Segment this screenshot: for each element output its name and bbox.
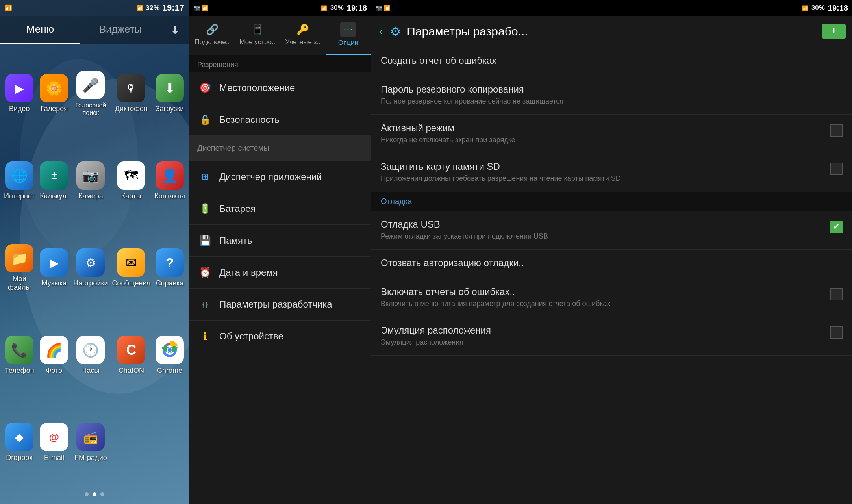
dev-option-protectsd[interactable]: Защитить карту памяти SD Приложения долж… [371, 153, 852, 192]
settings-item-location[interactable]: 🎯 Местоположение [189, 72, 371, 104]
status-right: 📶 32% 19:17 [137, 3, 184, 13]
dev-option-emulateLoc-text: Эмуляция расположения Эмуляция расположе… [381, 325, 830, 347]
settings-item-devopt[interactable]: {} Параметры разработчика [189, 289, 371, 321]
settings-tab-connections[interactable]: 🔗 Подключе.. [189, 16, 235, 55]
app-chrome[interactable]: Chrome [154, 314, 185, 397]
dev-option-bugreportpower[interactable]: Включать отчеты об ошибках.. Включить в … [371, 278, 852, 317]
dev-checkbox-stayawake[interactable] [830, 124, 843, 137]
app-dropbox[interactable]: ◆ Dropbox [4, 401, 35, 484]
app-camera[interactable]: 📷 Камера [73, 139, 108, 223]
dev-checkbox-usbdebug[interactable] [830, 220, 843, 233]
settings-tab-accounts[interactable]: 🔑 Учетные з.. [280, 16, 326, 55]
app-label-internet: Интернет [4, 192, 35, 201]
app-label-phone: Телефон [5, 367, 34, 375]
app-icon-gallery: 🌼 [40, 74, 68, 102]
app-fmradio[interactable]: 📻 FM-радио [73, 401, 108, 484]
app-settings[interactable]: ⚙ Настройки [73, 226, 108, 310]
app-voice[interactable]: 🎤 Голосовой поиск [73, 52, 108, 135]
dev-option-backuppwd-text: Пароль резервного копирования Полное рез… [381, 84, 843, 106]
app-myfiles[interactable]: 📁 Мои файлы [4, 226, 35, 310]
app-email[interactable]: @ E-mail [39, 401, 70, 484]
app-calc[interactable]: ± Калькул. [39, 139, 70, 223]
page-dot-3[interactable] [100, 492, 104, 496]
app-icon-photos: 🌈 [40, 336, 68, 364]
battery-percent: 32% [146, 4, 160, 12]
settings-item-datetime[interactable]: ⏰ Дата и время [189, 257, 371, 289]
app-icon-fmradio: 📻 [76, 423, 105, 451]
app-label-help: Справка [156, 279, 184, 288]
dev-checkbox-emulateLoc[interactable] [830, 326, 843, 339]
dev-option-emulateLoc[interactable]: Эмуляция расположения Эмуляция расположе… [371, 317, 852, 356]
settings-item-security[interactable]: 🔒 Безопасность [189, 104, 371, 136]
dev-option-stayawake[interactable]: Активный режим Никогда не отключать экра… [371, 115, 852, 153]
settings-item-aboutdevice[interactable]: ℹ Об устройстве [189, 321, 371, 352]
settings-item-battery[interactable]: 🔋 Батарея [189, 193, 371, 225]
app-chaton[interactable]: C ChatON [112, 314, 151, 397]
clock-time: 19:17 [162, 3, 184, 13]
dev-option-bugreport[interactable]: Создать отчет об ошибках [371, 47, 852, 76]
app-icon-maps: 🗺 [117, 161, 145, 190]
app-clock[interactable]: 🕐 Часы [73, 314, 108, 397]
settings-tab-options[interactable]: ⋯ Опции [326, 16, 371, 55]
settings-tab-mydevice[interactable]: 📱 Мое устро.. [235, 16, 280, 55]
app-gallery[interactable]: 🌼 Галерея [39, 52, 70, 135]
dev-option-revokeauth-text: Отозвать авторизацию отладки.. [381, 258, 843, 270]
app-music[interactable]: ▶ Музыка [39, 226, 70, 310]
page-dot-2[interactable] [93, 492, 96, 496]
settings-item-datetime-label: Дата и время [219, 267, 278, 278]
page-dots [0, 492, 189, 504]
app-icon-phone: 📞 [5, 336, 33, 364]
app-label-fmradio: FM-радио [74, 454, 107, 462]
dev-option-usbdebug[interactable]: Отладка USB Режим отладки запускается пр… [371, 211, 852, 250]
app-label-dictaphone: Диктофон [115, 105, 148, 113]
app-phone[interactable]: 📞 Телефон [4, 314, 35, 397]
app-download[interactable]: ⬇ Загрузки [154, 52, 185, 135]
app-icon-contacts: 👤 [156, 161, 184, 190]
dev-status-bar: 📷 📶 📶 30% 19:18 [371, 0, 852, 16]
signal-icon: 📶 [137, 5, 143, 11]
app-label-dropbox: Dropbox [6, 454, 33, 462]
tab-widgets[interactable]: Виджеты [80, 16, 161, 44]
dev-battery: 30% [811, 4, 825, 12]
dev-section-debug: Отладка [371, 192, 852, 211]
dev-option-revokeauth-title: Отозвать авторизацию отладки.. [381, 258, 835, 269]
settings-tab-connections-label: Подключе.. [194, 38, 230, 46]
home-tabs: Меню Виджеты ⬇ [0, 16, 189, 44]
app-icon-camera: 📷 [76, 161, 105, 190]
dev-option-revokeauth[interactable]: Отозвать авторизацию отладки.. [371, 250, 852, 278]
dev-option-stayawake-title: Активный режим [381, 122, 822, 133]
app-contacts[interactable]: 👤 Контакты [154, 139, 185, 223]
dev-wifi-icon: 📶 [802, 5, 808, 11]
dev-checkbox-bugreportpower[interactable] [830, 288, 843, 300]
app-icon-email: @ [40, 423, 68, 451]
app-maps[interactable]: 🗺 Карты [112, 139, 151, 223]
dev-option-protectsd-subtitle: Приложения должны требовать разрешения н… [381, 174, 822, 183]
app-icon-help: ? [156, 248, 184, 277]
battery-icon: 🔋 [197, 201, 213, 217]
dev-option-backuppwd-title: Пароль резервного копирования [381, 84, 835, 95]
dev-option-stayawake-subtitle: Никогда не отключать экран при зарядке [381, 135, 822, 145]
settings-item-memory[interactable]: 💾 Память [189, 225, 371, 257]
dev-status-left-icons: 📷 📶 [375, 5, 390, 11]
app-photos[interactable]: 🌈 Фото [39, 314, 70, 397]
app-internet[interactable]: 🌐 Интернет [4, 139, 35, 223]
dev-checkbox-protectsd[interactable] [830, 163, 843, 175]
app-help[interactable]: ? Справка [154, 226, 185, 310]
settings-item-devopt-label: Параметры разработчика [219, 299, 332, 310]
app-dictaphone[interactable]: 🎙 Диктофон [112, 52, 151, 135]
tab-menu[interactable]: Меню [0, 16, 80, 44]
dev-option-emulateLoc-title: Эмуляция расположения [381, 325, 822, 336]
app-video[interactable]: ▶ Видео [4, 52, 35, 135]
download-tab[interactable]: ⬇ [161, 24, 189, 37]
app-label-chrome: Chrome [157, 367, 182, 375]
datetime-icon: ⏰ [197, 265, 213, 280]
dev-toggle-button[interactable]: I [822, 24, 846, 39]
settings-item-appmanager[interactable]: ⊞ Диспетчер приложений [189, 161, 371, 193]
app-messages[interactable]: ✉ Сообщения [112, 226, 151, 310]
page-dot-1[interactable] [85, 492, 89, 496]
dev-option-bugreport-title: Создать отчет об ошибках [381, 55, 835, 66]
dev-option-backuppwd[interactable]: Пароль резервного копирования Полное рез… [371, 76, 852, 115]
app-icon-chaton: C [117, 336, 145, 364]
dev-back-button[interactable]: ‹ [378, 24, 384, 39]
app-icon-dictaphone: 🎙 [117, 74, 145, 102]
